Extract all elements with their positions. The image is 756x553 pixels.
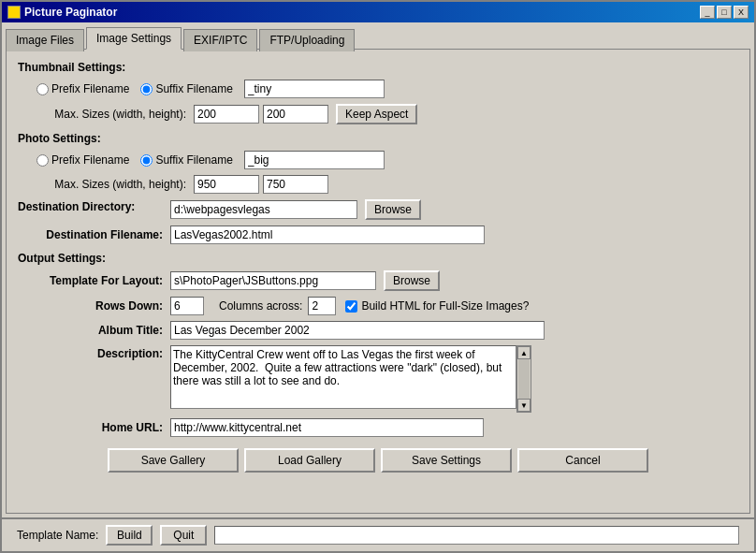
photo-prefix-radio[interactable] xyxy=(36,154,49,167)
thumbnail-prefix-option: Prefix Filename xyxy=(36,82,129,95)
cancel-button[interactable]: Cancel xyxy=(517,448,648,473)
tab-image-files[interactable]: Image Files xyxy=(6,29,84,51)
destination-filename-row: Destination Filename: xyxy=(18,226,738,244)
thumbnail-suffix-radio[interactable] xyxy=(140,83,153,95)
minimize-button[interactable]: _ xyxy=(700,6,715,19)
thumbnail-sizes-label: Max. Sizes (width, height): xyxy=(18,108,186,121)
tab-exif-iptc[interactable]: EXIF/IPTC xyxy=(183,29,257,51)
thumbnail-filename-options: Prefix Filename Suffix Filename xyxy=(36,80,738,98)
photo-filename-options: Prefix Filename Suffix Filename xyxy=(36,151,738,169)
columns-across-input[interactable] xyxy=(308,297,336,315)
photo-sizes-label: Max. Sizes (width, height): xyxy=(18,178,186,191)
photo-settings-label: Photo Settings: xyxy=(18,132,738,145)
destination-filename-input[interactable] xyxy=(170,226,485,244)
destination-browse-button[interactable]: Browse xyxy=(365,199,421,220)
build-button[interactable]: Build xyxy=(106,525,153,546)
thumbnail-suffix-option: Suffix Filename xyxy=(140,82,232,95)
output-settings-label: Output Settings: xyxy=(18,252,738,265)
window-controls: _ □ X xyxy=(700,6,749,19)
build-html-label: Build HTML for Full-Size Images? xyxy=(361,299,529,313)
load-gallery-button[interactable]: Load Gallery xyxy=(244,448,375,473)
album-title-label: Album Title: xyxy=(18,324,163,337)
photo-suffix-radio[interactable] xyxy=(140,154,153,167)
destination-directory-input[interactable] xyxy=(170,200,357,219)
thumbnail-prefix-label: Prefix Filename xyxy=(51,82,129,95)
description-textarea[interactable]: The KittyCentral Crew went off to Las Ve… xyxy=(170,345,516,409)
description-label: Description: xyxy=(18,347,163,360)
thumbnail-suffix-label: Suffix Filename xyxy=(155,82,232,95)
tab-ftp-uploading[interactable]: FTP/Uploading xyxy=(259,29,355,51)
quit-button[interactable]: Quit xyxy=(160,525,207,546)
photo-suffix-option: Suffix Filename xyxy=(140,153,232,167)
album-title-input[interactable] xyxy=(170,321,545,340)
destination-filename-label: Destination Filename: xyxy=(18,228,163,241)
maximize-button[interactable]: □ xyxy=(717,6,732,19)
build-html-checkbox[interactable] xyxy=(345,300,357,313)
thumbnail-prefix-radio[interactable] xyxy=(36,83,49,95)
scroll-down-arrow[interactable]: ▼ xyxy=(517,399,531,412)
photo-suffix-input[interactable] xyxy=(244,151,385,169)
content-area: Thumbnail Settings: Prefix Filename Suff… xyxy=(6,49,750,514)
close-button[interactable]: X xyxy=(734,6,749,19)
photo-height-input[interactable] xyxy=(263,175,328,194)
main-window: Picture Paginator _ □ X Image Files Imag… xyxy=(0,0,756,553)
window-title: Picture Paginator xyxy=(24,6,117,19)
template-layout-row: Template For Layout: Browse xyxy=(18,270,738,291)
template-name-label: Template Name: xyxy=(17,529,98,542)
thumbnail-height-input[interactable] xyxy=(263,105,328,124)
photo-prefix-label: Prefix Filename xyxy=(51,153,129,167)
photo-prefix-option: Prefix Filename xyxy=(36,153,129,167)
thumbnail-settings-label: Thumbnail Settings: xyxy=(18,61,738,74)
action-buttons: Save Gallery Load Gallery Save Settings … xyxy=(18,443,738,476)
rows-down-input[interactable] xyxy=(170,297,204,315)
footer: Template Name: Build Quit xyxy=(2,517,754,551)
thumbnail-suffix-input[interactable] xyxy=(244,80,385,98)
description-scrollbar[interactable]: ▲ ▼ xyxy=(516,345,531,413)
home-url-input[interactable] xyxy=(170,418,484,437)
photo-width-input[interactable] xyxy=(194,175,259,194)
footer-row: Template Name: Build Quit xyxy=(9,523,747,547)
progress-bar xyxy=(214,526,739,545)
home-url-label: Home URL: xyxy=(18,421,163,434)
template-layout-label: Template For Layout: xyxy=(18,274,163,287)
build-html-option: Build HTML for Full-Size Images? xyxy=(345,299,529,313)
save-settings-button[interactable]: Save Settings xyxy=(381,448,512,473)
app-icon xyxy=(7,6,21,19)
template-browse-button[interactable]: Browse xyxy=(384,270,440,291)
destination-directory-row: Destination Directory: Browse xyxy=(18,199,738,220)
description-row: Description: The KittyCentral Crew went … xyxy=(18,345,738,413)
title-bar: Picture Paginator _ □ X xyxy=(2,2,754,22)
keep-aspect-button[interactable]: Keep Aspect xyxy=(336,104,417,124)
description-scroll-area: The KittyCentral Crew went off to Las Ve… xyxy=(170,345,531,413)
save-gallery-button[interactable]: Save Gallery xyxy=(108,448,239,473)
thumbnail-sizes-row: Max. Sizes (width, height): Keep Aspect xyxy=(18,104,738,124)
tab-bar: Image Files Image Settings EXIF/IPTC FTP… xyxy=(2,22,754,49)
home-url-row: Home URL: xyxy=(18,418,738,437)
tab-image-settings[interactable]: Image Settings xyxy=(86,27,182,50)
columns-across-label: Columns across: xyxy=(219,299,302,313)
scroll-up-arrow[interactable]: ▲ xyxy=(517,346,531,359)
album-title-row: Album Title: xyxy=(18,321,738,340)
thumbnail-width-input[interactable] xyxy=(194,105,259,124)
rows-down-label: Rows Down: xyxy=(18,299,163,313)
destination-directory-label: Destination Directory: xyxy=(18,200,163,213)
photo-sizes-row: Max. Sizes (width, height): xyxy=(18,175,738,194)
photo-suffix-label: Suffix Filename xyxy=(155,153,232,167)
template-layout-input[interactable] xyxy=(170,271,376,290)
rows-columns-row: Rows Down: Columns across: Build HTML fo… xyxy=(18,297,738,315)
scroll-track xyxy=(518,359,530,399)
